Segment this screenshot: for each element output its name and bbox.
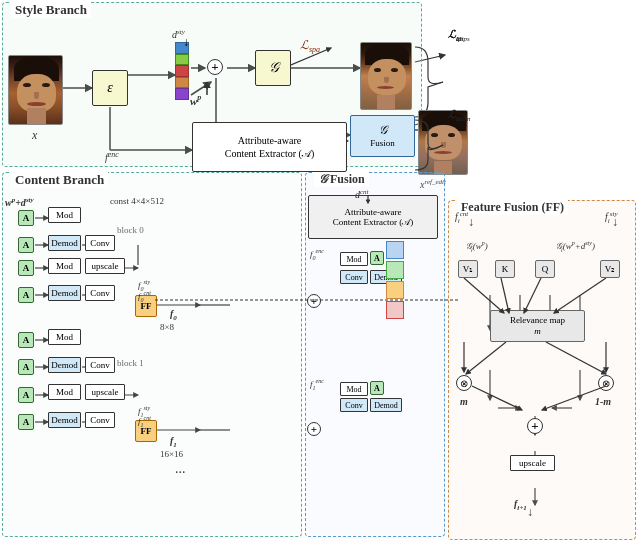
- const-label: const 4×4×512: [110, 196, 164, 206]
- A-box-6: A: [18, 359, 34, 375]
- attribute-extractor-large: Attribute-awareContent Extractor (𝒜): [192, 122, 347, 172]
- Q-box: Q: [535, 260, 555, 278]
- vkqv-to-relevance: [454, 278, 634, 318]
- fi-plus1-arrow: ↓: [527, 505, 533, 520]
- block0-label: block 0: [117, 225, 144, 235]
- svg-line-45: [291, 48, 331, 65]
- generator-G-label: 𝒢: [268, 60, 278, 76]
- fi-cnt-ff-label: ficnt: [455, 210, 468, 225]
- A-box-2: A: [18, 237, 34, 253]
- mod-box-3: Mod: [48, 329, 81, 345]
- mod-box-2: Mod: [48, 258, 81, 274]
- mod-box-4: Mod: [48, 384, 81, 400]
- encoder-E-label: ε: [107, 80, 113, 96]
- svg-line-52: [466, 342, 506, 374]
- generator-G-box: 𝒢: [255, 50, 291, 86]
- content-branch-label: Content Branch: [11, 172, 108, 188]
- svg-line-48: [464, 278, 504, 313]
- mod-gfusion-2: Mod: [340, 382, 368, 396]
- A-gfusion-1: A: [370, 251, 384, 265]
- V2-box: V₂: [600, 260, 620, 278]
- svg-line-50: [524, 278, 541, 313]
- upscale-box-2: upscale: [85, 384, 125, 400]
- fi-plus1-label: fi+1: [514, 498, 527, 512]
- relevance-to-tensor: [454, 342, 634, 442]
- A-gfusion-2: A: [370, 381, 384, 395]
- encoder-E-box: ε: [92, 70, 128, 106]
- K-box: K: [495, 260, 515, 278]
- conv-box-3: Conv: [85, 357, 115, 373]
- x-input-label: x: [32, 128, 37, 143]
- svg-line-49: [501, 278, 509, 313]
- plus-gfusion-2: +: [307, 422, 321, 436]
- demod-box-1: Demod: [48, 235, 81, 251]
- l-lpips: ℒlpips: [448, 28, 470, 43]
- demod-box-2: Demod: [48, 285, 81, 301]
- f-enc-label: fenc: [105, 150, 119, 163]
- conv-gfusion-2: Conv: [340, 398, 368, 412]
- A-box-7: A: [18, 387, 34, 403]
- g-fusion-label: 𝒢 Fusion: [314, 172, 369, 187]
- f0-enc-gfusion: f0enc: [310, 248, 324, 261]
- conv-box-4: Conv: [85, 412, 115, 428]
- content-branch-region: Content Branch: [2, 172, 302, 537]
- attribute-extractor-label: Attribute-awareContent Extractor (𝒜): [225, 134, 315, 160]
- f0sty-to-ff: [155, 275, 465, 325]
- svg-line-53: [546, 342, 606, 374]
- upscale-ff-box: upscale: [510, 455, 555, 471]
- plus-circle-style: +: [207, 59, 223, 75]
- svg-line-56: [472, 386, 522, 410]
- wp-dsty-label: wp+dsty: [5, 196, 34, 208]
- A-box-4: A: [18, 287, 34, 303]
- f0-cnt-label: f0cnt: [138, 290, 151, 303]
- demod-box-4: Demod: [48, 412, 81, 428]
- g-fusion-small-box: 𝒢 Fusion: [350, 115, 415, 157]
- size-16x16: 16×16: [160, 449, 183, 459]
- svg-line-57: [542, 386, 606, 410]
- gi-wp-dsty-label: 𝒢i(wp+dsty): [555, 240, 595, 253]
- wp-arrow: [198, 82, 216, 97]
- mod-gfusion-1: Mod: [340, 252, 368, 266]
- A-box-3: A: [18, 260, 34, 276]
- A-box-8: A: [18, 414, 34, 430]
- demod-box-3: Demod: [48, 357, 81, 373]
- attr-extractor-gfusion: Attribute-awareContent Extractor (𝒜): [308, 195, 438, 239]
- f1-label: f1: [170, 435, 177, 449]
- f1-enc-gfusion: f1enc: [310, 378, 324, 391]
- block1-label: block 1: [117, 358, 144, 368]
- style-branch-label: Style Branch: [11, 2, 91, 18]
- A-box-1: A: [18, 210, 34, 226]
- x-edit-face: [360, 42, 412, 110]
- gi-wp-label: 𝒢i(wp): [465, 240, 488, 253]
- style-input-face: [8, 55, 63, 125]
- feature-fusion-label: Feature Fusion (FF): [457, 200, 568, 215]
- diagram-container: Style Branch x ε fenc d: [0, 0, 640, 543]
- svg-line-51: [554, 278, 606, 313]
- A-box-5: A: [18, 332, 34, 348]
- conv-box-2: Conv: [85, 285, 115, 301]
- color-stack-dsty: [175, 42, 189, 100]
- mod-box-1: Mod: [48, 207, 81, 223]
- f1-cnt-label: f1cnt: [138, 415, 151, 428]
- bot-brace: [413, 115, 451, 175]
- upscale-box-1: upscale: [85, 258, 125, 274]
- continuation-dots: ···: [175, 465, 186, 481]
- g-to-lspa-arrow: [291, 45, 341, 70]
- conv-box-1: Conv: [85, 235, 115, 251]
- demod-gfusion-2: Demod: [370, 398, 402, 412]
- l-align: ℒalign: [448, 108, 470, 123]
- dcnt-arrow: [363, 195, 373, 205]
